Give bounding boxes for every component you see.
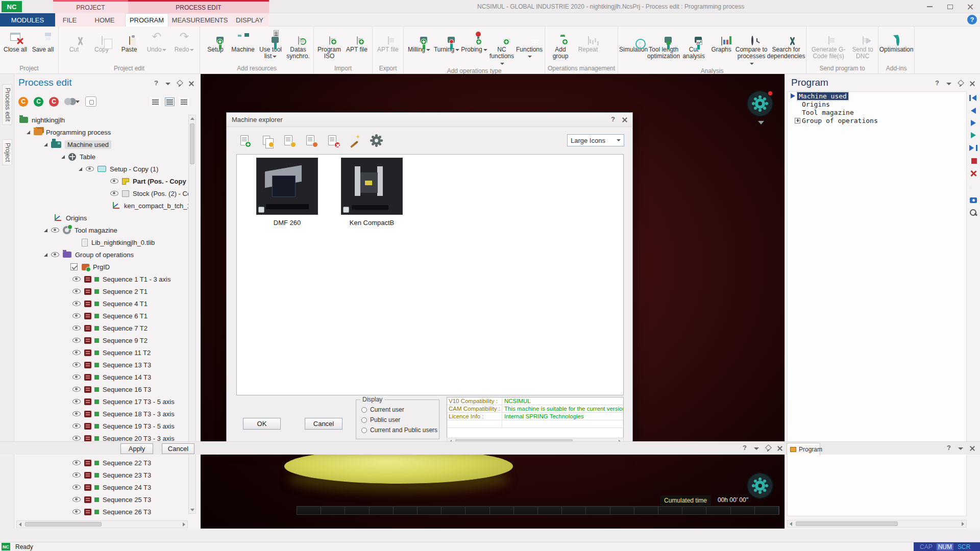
timeline-cell[interactable] [297,507,321,514]
tree-row[interactable]: Setup - Copy (1) [15,163,189,175]
edit-machine-button[interactable] [281,133,296,147]
machine-list[interactable]: DMF 260 Ken CompactB [236,154,624,395]
tree-expander[interactable] [27,131,30,134]
new-machine-button[interactable] [237,133,252,147]
visibility-eye-icon[interactable] [110,179,118,184]
sequence-row[interactable]: Sequence 1 T1 - 3 axis [15,273,189,285]
program-item-label[interactable]: Tool magazine [802,109,854,116]
sequence-label[interactable]: Sequence 9 T2 [103,337,148,344]
tree-item-label[interactable]: Part (Pos. - Copy [133,178,186,185]
help-icon[interactable] [967,15,977,24]
simulation-gear-button[interactable] [747,472,773,499]
tree-row[interactable]: ken_compact_b_tch_19[ [15,199,189,212]
tree-item-label[interactable]: Setup - Copy (1) [110,165,158,173]
machine-name[interactable]: Ken CompactB [341,219,403,227]
rename-machine-button[interactable] [303,133,318,147]
sequence-label[interactable]: Sequence 4 T1 [103,300,148,308]
visibility-eye-icon[interactable] [110,191,118,196]
program-tree-row[interactable]: Machine used [788,92,966,100]
program-tree-row[interactable]: Origins [788,100,966,108]
view-mode-select[interactable]: Large Icons [567,134,624,146]
undo-button[interactable]: Undo [143,27,170,61]
ok-button[interactable]: OK [243,418,281,430]
redo-button[interactable]: Redo [170,27,198,61]
tree-row[interactable]: Group of operations [15,248,189,261]
sequence-row[interactable]: Sequence 17 T3 - 5 axis [15,395,189,408]
cut-analysis-button[interactable]: Cut analysis [680,27,707,61]
program-item-label[interactable]: Origins [802,101,830,108]
sequence-label[interactable]: Sequence 25 T3 [103,496,151,504]
datas-synchro-button[interactable]: Datas synchro. [284,27,312,61]
radio-current-user[interactable]: Current user [361,405,439,414]
tree-item-label[interactable]: Machine used [65,140,111,149]
timeline-cell[interactable] [514,507,538,514]
sequence-label[interactable]: Sequence 26 T3 [103,508,151,516]
visibility-eye-icon[interactable] [72,350,81,355]
delete-icon[interactable] [969,170,977,177]
panel-pin-icon[interactable] [176,80,183,87]
visibility-eye-icon[interactable] [72,277,81,282]
tab-display[interactable]: DISPLAY [231,13,268,27]
milling-button[interactable]: Milling [405,27,433,61]
timeline-cell[interactable] [586,507,610,514]
panel-help-icon[interactable] [934,80,941,87]
panel-menu-icon[interactable] [945,80,952,87]
sequence-label[interactable]: Sequence 17 T3 - 5 axis [103,398,175,406]
timeline-cell[interactable] [610,507,634,514]
tree-item-label[interactable]: Group of operations [75,251,134,259]
sequence-label[interactable]: Sequence 11 T2 [103,349,151,357]
sequence-label[interactable]: Sequence 16 T3 [103,386,151,393]
machine-item-dmf260[interactable]: DMF 260 [256,158,318,227]
panel-pin-icon[interactable] [957,80,964,87]
machine-button[interactable]: Machine [229,27,257,61]
visibility-eye-icon[interactable] [72,289,81,294]
program-item-label[interactable]: Machine used [797,92,848,100]
radio-current-and-public[interactable]: Current and Public users [361,425,439,435]
sequence-row[interactable]: Sequence 23 T3 [15,469,189,481]
radio-icon[interactable] [361,407,367,413]
sequence-row[interactable]: Sequence 24 T3 [15,481,189,493]
tree-row[interactable]: Part (Pos. - Copy [15,175,189,187]
tree-row[interactable]: Stock (Pos. (2) - Cop [15,187,189,199]
visibility-eye-icon[interactable] [72,411,81,416]
timeline-cell[interactable] [562,507,586,514]
timeline-cell[interactable] [538,507,562,514]
timeline-cell[interactable] [465,507,489,514]
sequence-label[interactable]: Sequence 14 T3 [103,373,151,381]
cancel-button[interactable]: Cancel [162,443,194,454]
add-group-button[interactable]: Add group [547,27,574,61]
sequence-row[interactable]: Sequence 22 T3 [15,457,189,469]
timeline-cell[interactable] [490,507,514,514]
generate-gcode-button[interactable]: Generate G-Code file(s) [808,27,849,61]
minimize-button[interactable] [921,1,938,12]
timeline-cell[interactable] [370,507,394,514]
dialog-help-icon[interactable] [609,116,617,123]
timeline-track[interactable] [297,506,779,515]
visibility-eye-icon[interactable] [72,374,81,380]
tab-home[interactable]: HOME [84,13,125,27]
tab-measurements[interactable]: MEASUREMENTS [168,13,231,27]
visibility-eye-icon[interactable] [72,472,81,478]
sequence-label[interactable]: Sequence 18 T3 - 3 axis [103,410,175,418]
radio-public-user[interactable]: Public user [361,415,439,424]
tree-item-label[interactable]: PrgID [93,263,110,271]
repeat-button[interactable]: Repeat [574,27,602,61]
sequence-row[interactable]: Sequence 16 T3 [15,383,189,395]
optimisation-button[interactable]: Optimisation [880,27,913,61]
panel-menu-icon[interactable] [957,445,964,452]
cycle-green-icon[interactable] [34,97,43,107]
program-tree-row[interactable]: Group of operations [788,116,966,124]
probing-button[interactable]: Probing [460,27,488,61]
apt-file-import-button[interactable]: APT file [343,27,371,61]
sequence-row[interactable]: Sequence 11 T2 [15,346,189,359]
sequence-row[interactable]: Sequence 19 T3 - 5 axis [15,420,189,432]
tree-row[interactable]: Machine used [15,138,189,151]
machine-item-ken-compactb[interactable]: Ken CompactB [341,158,403,227]
sequence-label[interactable]: Sequence 7 T2 [103,324,148,332]
view-mode-normal-icon[interactable] [165,97,175,106]
sequence-label[interactable]: Sequence 24 T3 [103,484,151,491]
visibility-eye-icon[interactable] [86,166,94,171]
tree-row[interactable]: Origins [15,212,189,224]
visibility-eye-icon[interactable] [72,325,81,331]
visibility-eye-icon[interactable] [72,362,81,367]
